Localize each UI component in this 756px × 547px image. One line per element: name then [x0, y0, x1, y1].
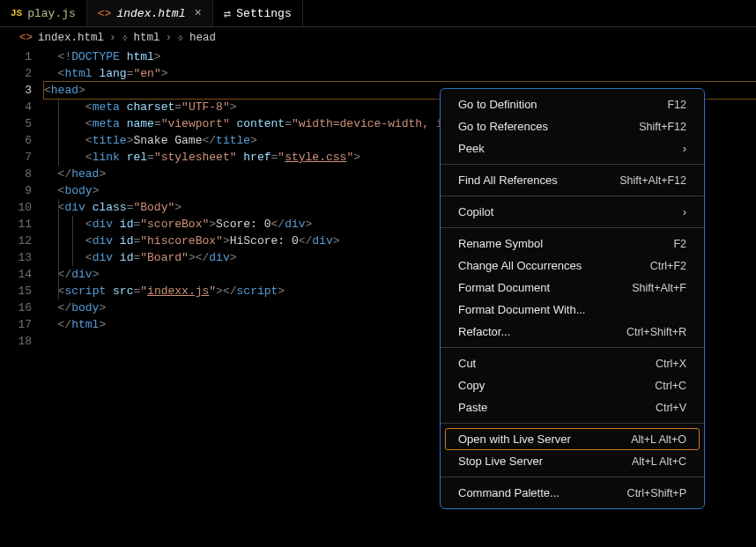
line-number: 15 — [0, 283, 32, 299]
menu-goto-definition[interactable]: Go to DefinitionF12 — [441, 93, 704, 115]
settings-icon: ⇄ — [224, 6, 231, 21]
chevron-right-icon: › — [683, 205, 686, 218]
menu-stop-live-server[interactable]: Stop Live ServerAlt+L Alt+C — [441, 450, 704, 472]
line-number: 17 — [0, 316, 32, 333]
editor-tabs: JS play.js <> index.html × ⇄ Settings — [0, 0, 756, 27]
line-number: 11 — [0, 216, 32, 233]
tab-index-html[interactable]: <> index.html × — [87, 0, 213, 26]
menu-separator — [441, 347, 704, 348]
line-number: 16 — [0, 299, 32, 316]
menu-format-document-with[interactable]: Format Document With... — [441, 299, 704, 321]
menu-format-document[interactable]: Format DocumentShift+Alt+F — [441, 277, 704, 299]
line-number: 7 — [0, 149, 32, 166]
menu-separator — [441, 477, 704, 477]
breadcrumb-bar: <> index.html › ⬨ html › ⬨ head — [0, 27, 756, 48]
tab-settings[interactable]: ⇄ Settings — [213, 0, 303, 26]
breadcrumb-item[interactable]: head — [189, 32, 216, 44]
line-number: 10 — [0, 199, 32, 216]
line-number: 14 — [0, 266, 32, 283]
brace-icon: ⬨ — [177, 32, 184, 44]
line-number: 18 — [0, 333, 32, 350]
menu-separator — [441, 227, 704, 228]
breadcrumb-item[interactable]: html — [134, 32, 160, 44]
line-number: 12 — [0, 233, 32, 249]
menu-command-palette[interactable]: Command Palette...Ctrl+Shift+P — [441, 482, 704, 504]
line-number: 1 — [0, 48, 32, 65]
line-number: 5 — [0, 115, 32, 132]
menu-separator — [441, 423, 704, 424]
line-number: 8 — [0, 166, 32, 182]
menu-separator — [441, 164, 704, 165]
menu-change-all-occurrences[interactable]: Change All OccurrencesCtrl+F2 — [441, 255, 704, 277]
tab-label: Settings — [236, 7, 291, 20]
menu-open-live-server[interactable]: Open with Live ServerAlt+L Alt+O — [445, 428, 700, 450]
menu-separator — [441, 196, 704, 196]
context-menu: Go to DefinitionF12 Go to ReferencesShif… — [440, 88, 705, 509]
line-number: 13 — [0, 249, 32, 266]
menu-peek[interactable]: Peek› — [441, 137, 704, 159]
line-number: 9 — [0, 182, 32, 199]
html-icon: <> — [19, 32, 33, 44]
menu-paste[interactable]: PasteCtrl+V — [441, 396, 704, 418]
js-icon: JS — [11, 8, 22, 18]
menu-copy[interactable]: CopyCtrl+C — [441, 374, 704, 396]
menu-rename-symbol[interactable]: Rename SymbolF2 — [441, 233, 704, 255]
menu-cut[interactable]: CutCtrl+X — [441, 352, 704, 374]
line-number: 3 — [0, 82, 32, 99]
menu-refactor[interactable]: Refactor...Ctrl+Shift+R — [441, 321, 704, 343]
code-line[interactable]: <html lang="en"> — [44, 65, 756, 82]
tab-label: index.html — [116, 7, 185, 20]
line-number: 2 — [0, 65, 32, 82]
line-number: 4 — [0, 99, 32, 115]
brace-icon: ⬨ — [122, 32, 129, 44]
menu-goto-references[interactable]: Go to ReferencesShift+F12 — [441, 115, 704, 137]
chevron-right-icon: › — [683, 142, 686, 155]
chevron-right-icon: › — [166, 32, 173, 44]
breadcrumb-item[interactable]: index.html — [38, 32, 104, 44]
tab-label: play.js — [27, 7, 76, 20]
menu-copilot[interactable]: Copilot› — [441, 201, 704, 223]
code-line[interactable]: <!DOCTYPE html> — [44, 48, 756, 65]
line-number: 6 — [0, 132, 32, 149]
chevron-right-icon: › — [109, 32, 116, 44]
html-icon: <> — [98, 7, 112, 20]
close-icon[interactable]: × — [194, 6, 201, 20]
line-number-gutter: 1 2 3 4 5 6 7 8 9 10 11 12 13 14 15 16 1… — [0, 48, 44, 350]
menu-find-all-references[interactable]: Find All ReferencesShift+Alt+F12 — [441, 169, 704, 191]
tab-play-js[interactable]: JS play.js — [0, 0, 87, 26]
